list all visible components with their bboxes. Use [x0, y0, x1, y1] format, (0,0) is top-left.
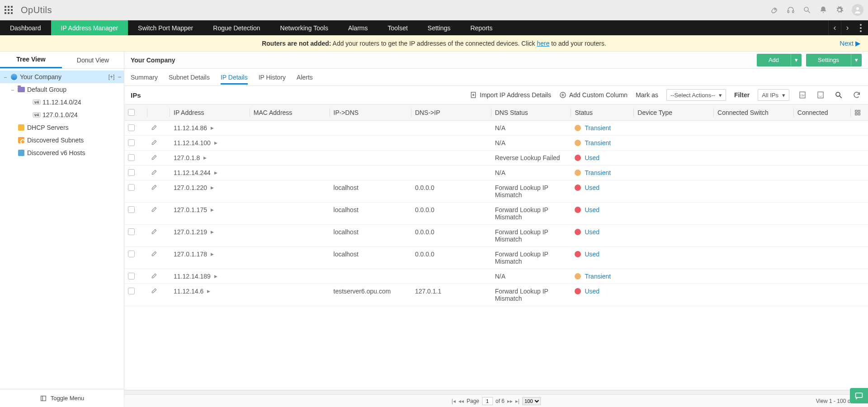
table-search-icon[interactable]	[834, 90, 844, 100]
row-checkbox[interactable]	[128, 228, 135, 235]
select-all-checkbox[interactable]	[128, 109, 135, 116]
tree-item[interactable]: –Default Group	[0, 83, 124, 96]
pager-prev-icon[interactable]: ◂◂	[458, 398, 464, 404]
edit-icon[interactable]	[151, 273, 167, 279]
nav-item-switch-port-mapper[interactable]: Switch Port Mapper	[128, 20, 203, 35]
nav-item-alarms[interactable]: Alarms	[338, 20, 378, 35]
status-link[interactable]: Transient	[585, 139, 611, 147]
subtab-ip-history[interactable]: IP History	[259, 70, 286, 85]
edit-icon[interactable]	[151, 154, 167, 161]
row-checkbox[interactable]	[128, 139, 135, 146]
tree-action[interactable]: [+]	[108, 74, 115, 80]
nav-next-icon[interactable]: ›	[841, 20, 854, 35]
apps-launcher-icon[interactable]	[5, 6, 13, 14]
chat-fab-icon[interactable]	[850, 388, 868, 403]
status-link[interactable]: Used	[585, 206, 599, 213]
ip-cell[interactable]: 127.0.1.8▶	[174, 154, 246, 161]
nav-item-toolset[interactable]: Toolset	[378, 20, 418, 35]
status-link[interactable]: Used	[585, 184, 599, 191]
column-header[interactable]: Status	[571, 104, 634, 121]
row-checkbox[interactable]	[128, 169, 135, 176]
pager-first-icon[interactable]: |◂	[452, 398, 456, 404]
status-link[interactable]: Used	[585, 288, 599, 295]
row-checkbox[interactable]	[128, 251, 135, 257]
row-checkbox[interactable]	[128, 273, 135, 279]
tree-item[interactable]: –Your Company[+]–	[0, 71, 124, 83]
horizontal-scrollbar[interactable]	[124, 390, 868, 394]
column-header[interactable]: DNS Status	[491, 104, 571, 121]
filter-dropdown[interactable]: All IPs▾	[758, 89, 789, 101]
settings-button[interactable]: Settings	[806, 54, 851, 66]
tab-donut-view[interactable]: Donut View	[62, 52, 124, 68]
edit-icon[interactable]	[151, 139, 167, 146]
status-link[interactable]: Used	[585, 251, 599, 258]
tree-toggle-icon[interactable]: –	[3, 74, 8, 80]
row-checkbox[interactable]	[128, 184, 135, 191]
tree-item[interactable]: Discovered v6 Hosts	[0, 147, 124, 159]
bell-icon[interactable]	[819, 6, 827, 14]
nav-item-dashboard[interactable]: Dashboard	[0, 20, 51, 35]
row-checkbox[interactable]	[128, 154, 135, 161]
nav-more-icon[interactable]	[854, 20, 868, 35]
subtab-ip-details[interactable]: IP Details	[221, 70, 248, 85]
pager-last-icon[interactable]: ▸|	[515, 398, 519, 404]
column-header[interactable]: Connected	[794, 104, 851, 121]
tree-toggle-icon[interactable]: –	[10, 87, 15, 92]
status-link[interactable]: Transient	[585, 169, 611, 176]
ip-cell[interactable]: 11.12.14.189▶	[174, 273, 246, 280]
subtab-subnet-details[interactable]: Subnet Details	[169, 70, 210, 85]
column-header[interactable]: DNS->IP	[411, 104, 491, 121]
edit-icon[interactable]	[151, 169, 167, 175]
tree-item[interactable]: v4127.0.1.0/24	[0, 109, 124, 121]
pager-size-select[interactable]: 100	[522, 397, 541, 405]
nav-prev-icon[interactable]: ‹	[828, 20, 841, 35]
add-button[interactable]: Add	[757, 54, 791, 66]
notice-link[interactable]: here	[537, 40, 549, 47]
search-icon[interactable]	[803, 6, 811, 14]
column-header[interactable]: IP->DNS	[330, 104, 411, 121]
subtab-alerts[interactable]: Alerts	[297, 70, 313, 85]
ip-cell[interactable]: 127.0.1.178▶	[174, 251, 246, 258]
nav-item-ip-address-manager[interactable]: IP Address Manager	[51, 20, 128, 35]
edit-icon[interactable]	[151, 288, 167, 294]
row-checkbox[interactable]	[128, 288, 135, 294]
column-settings-icon[interactable]	[851, 104, 868, 121]
nav-item-settings[interactable]: Settings	[418, 20, 461, 35]
edit-icon[interactable]	[151, 251, 167, 257]
tree-item[interactable]: v411.12.14.0/24	[0, 96, 124, 109]
add-column-button[interactable]: Add Custom Column	[559, 91, 627, 99]
row-checkbox[interactable]	[128, 124, 135, 131]
tree-action[interactable]: –	[118, 74, 121, 80]
column-header[interactable]: MAC Address	[250, 104, 330, 121]
pager-page-input[interactable]	[482, 397, 493, 405]
headset-icon[interactable]	[787, 6, 795, 14]
edit-icon[interactable]	[151, 206, 167, 213]
select-actions-dropdown[interactable]: --Select Actions--▾	[666, 89, 726, 101]
pager-next-icon[interactable]: ▸▸	[507, 398, 513, 404]
status-link[interactable]: Transient	[585, 273, 611, 280]
rocket-icon[interactable]	[770, 6, 778, 14]
add-dropdown-caret[interactable]: ▾	[791, 54, 802, 66]
nav-item-rogue-detection[interactable]: Rogue Detection	[203, 20, 270, 35]
row-checkbox[interactable]	[128, 206, 135, 213]
ip-cell[interactable]: 127.0.1.219▶	[174, 228, 246, 236]
ip-cell[interactable]: 11.12.14.244▶	[174, 169, 246, 176]
toggle-menu-button[interactable]: Toggle Menu	[0, 389, 124, 407]
nav-item-reports[interactable]: Reports	[460, 20, 502, 35]
ip-cell[interactable]: 11.12.14.100▶	[174, 139, 246, 147]
status-link[interactable]: Used	[585, 154, 599, 161]
user-avatar[interactable]	[852, 4, 863, 16]
ip-cell[interactable]: 11.12.14.86▶	[174, 124, 246, 132]
status-link[interactable]: Transient	[585, 124, 611, 132]
column-header[interactable]: Connected Switch	[714, 104, 794, 121]
ip-cell[interactable]: 127.0.1.175▶	[174, 206, 246, 213]
export-csv-icon[interactable]: CSV	[797, 90, 807, 100]
edit-icon[interactable]	[151, 228, 167, 235]
edit-icon[interactable]	[151, 184, 167, 190]
tree-item[interactable]: Discovered Subnets	[0, 134, 124, 147]
edit-icon[interactable]	[151, 124, 167, 131]
settings-dropdown-caret[interactable]: ▾	[851, 54, 862, 66]
gear-icon[interactable]	[835, 6, 844, 14]
refresh-icon[interactable]	[852, 90, 862, 100]
column-header[interactable]: Device Type	[634, 104, 714, 121]
